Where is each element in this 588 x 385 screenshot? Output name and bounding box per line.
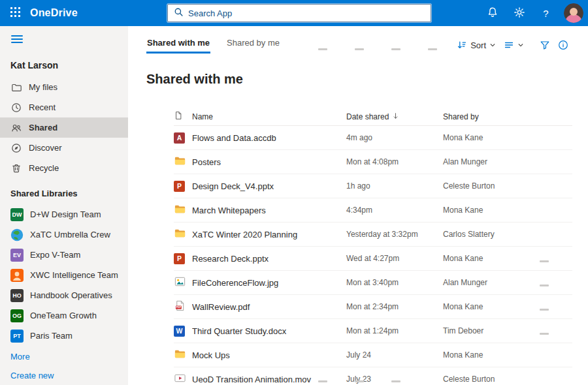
file-name: Flows and Data.accdb [192, 133, 346, 143]
library-item-label: Handbook Operatives [30, 290, 112, 300]
bell-icon [487, 7, 498, 20]
video-file-icon [174, 372, 186, 385]
create-new-link[interactable]: Create new [10, 371, 118, 380]
clock-icon [11, 102, 22, 113]
people-icon [11, 123, 22, 133]
file-name: FileCoherenceFlow.jpg [192, 278, 346, 288]
table-header-row: Name Date shared Shared by [174, 108, 572, 126]
sort-button[interactable]: Sort [453, 37, 500, 53]
library-item-label: XWC Intelligence Team [30, 270, 118, 280]
table-row[interactable]: PResearch Deck.pptxWed at 4:27pmMona Kan… [174, 247, 572, 271]
library-item-expo-v-team[interactable]: EVExpo V-Team [0, 245, 128, 265]
table-row[interactable]: WThird Quarter Study.docxMon at 1:24pmTi… [174, 319, 572, 343]
table-row[interactable]: AFlows and Data.accdb4m agoMona Kane [174, 126, 572, 150]
sidebar-item-label: Recycle [29, 163, 59, 173]
files-table: Name Date shared Shared by AFlows and Da… [174, 108, 572, 385]
skeleton-dash [318, 380, 327, 382]
library-item-d-w-design-team[interactable]: DWD+W Design Team [0, 204, 128, 224]
folder-icon [174, 203, 186, 218]
filter-funnel-icon [540, 40, 550, 50]
account-button[interactable] [559, 0, 588, 26]
chevron-down-icon [489, 42, 496, 48]
image-file-icon [174, 275, 186, 290]
sidebar: Kat Larson My filesRecentSharedDiscoverR… [0, 26, 128, 385]
sidebar-item-shared[interactable]: Shared [0, 117, 128, 138]
file-name: XaTC Winter 2020 Planning [192, 230, 346, 239]
sidebar-item-label: Shared [29, 123, 57, 132]
shared-by: Carlos Slattery [443, 230, 567, 239]
powerpoint-file-icon: P [174, 253, 185, 264]
tab-shared-by-me[interactable]: Shared by me [226, 37, 280, 54]
table-row[interactable]: March Whitepapers4:34pmMona Kane [174, 198, 572, 223]
sidebar-item-recent[interactable]: Recent [0, 97, 128, 117]
sort-icon [457, 40, 467, 50]
date-shared-column-header[interactable]: Date shared [346, 112, 443, 121]
sidebar-item-my-files[interactable]: My files [0, 77, 128, 97]
folder-icon [174, 348, 186, 363]
view-options-button[interactable] [500, 37, 528, 53]
content-area: Kat Larson My filesRecentSharedDiscoverR… [0, 26, 588, 385]
library-item-xatc-umbrella-crew[interactable]: XaTC Umbrella Crew [0, 224, 128, 245]
skeleton-dash [355, 48, 364, 50]
search-input[interactable] [188, 8, 425, 18]
more-link[interactable]: More [10, 352, 118, 362]
folder-icon [174, 155, 186, 170]
library-item-oneteam-growth[interactable]: OGOneTeam Growth [0, 305, 128, 326]
shared-by: Mona Kane [443, 206, 567, 215]
app-launcher-button[interactable] [0, 0, 30, 26]
gear-icon [514, 7, 525, 20]
library-item-label: Expo V-Team [30, 250, 80, 260]
shared-by: Mona Kane [443, 133, 567, 142]
tab-shared-with-me[interactable]: Shared with me [146, 37, 210, 54]
notifications-button[interactable] [479, 0, 506, 26]
date-shared: Mon at 1:24pm [346, 326, 443, 335]
date-shared: Mon at 2:34pm [346, 302, 443, 311]
table-row[interactable]: PostersMon at 4:08pmAlan Munger [174, 150, 572, 174]
table-row[interactable]: PDFWallReview.pdfMon at 2:34pmMona Kane [174, 295, 572, 319]
table-body: AFlows and Data.accdb4m agoMona KanePost… [174, 126, 572, 385]
topbar-actions: ? [479, 0, 588, 26]
file-name: Design Deck_V4.pptx [192, 181, 346, 191]
shared-by: Alan Munger [443, 157, 567, 166]
file-name: UeoD Transition Animation.mov [192, 375, 346, 384]
filter-button[interactable] [536, 37, 554, 53]
details-pane-button[interactable] [554, 37, 572, 53]
document-icon [174, 110, 183, 123]
tabs: Shared with me Shared by me [146, 37, 280, 54]
file-name: WallReview.pdf [192, 302, 346, 312]
table-row[interactable]: FileCoherenceFlow.jpgMon at 3:40pmAlan M… [174, 271, 572, 295]
library-item-paris-team[interactable]: PTParis Team [0, 326, 128, 346]
library-item-handbook-operatives[interactable]: HOHandbook Operatives [0, 285, 128, 305]
view-tools: Sort [453, 37, 572, 53]
help-button[interactable]: ? [532, 0, 559, 26]
name-column-header[interactable]: Name [192, 112, 346, 121]
library-initials-avatar: PT [10, 330, 24, 343]
top-bar: OneDrive ? [0, 0, 588, 26]
folder-icon [174, 227, 186, 242]
table-row[interactable]: Mock UpsJuly 24Mona Kane [174, 343, 572, 367]
file-name: March Whitepapers [192, 206, 346, 215]
table-row[interactable]: UeoD Transition Animation.movJuly 23Cele… [174, 367, 572, 385]
shared-by-column-header[interactable]: Shared by [443, 112, 567, 121]
tabs-toolbar-row: Shared with me Shared by me Sort [146, 37, 572, 56]
shared-by: Celeste Burton [443, 181, 567, 191]
onedrive-app: OneDrive ? [0, 0, 588, 385]
search-box[interactable] [167, 4, 431, 22]
sidebar-item-discover[interactable]: Discover [0, 138, 128, 158]
sidebar-item-recycle[interactable]: Recycle [0, 158, 128, 178]
skeleton-dash [540, 285, 549, 286]
sort-label: Sort [470, 40, 486, 50]
date-shared: Mon at 4:08pm [346, 157, 443, 166]
user-name: Kat Larson [10, 60, 118, 70]
table-row[interactable]: XaTC Winter 2020 PlanningYesterday at 3:… [174, 223, 572, 247]
skeleton-dash [318, 48, 327, 50]
file-type-column-header[interactable] [174, 110, 192, 123]
library-item-xwc-intelligence-team[interactable]: XWC Intelligence Team [0, 265, 128, 285]
waffle-icon [10, 7, 20, 19]
settings-button[interactable] [506, 0, 532, 26]
library-initials-avatar: OG [10, 309, 24, 322]
skeleton-dash [540, 260, 549, 262]
compass-icon [11, 143, 22, 153]
collapse-nav-button[interactable] [11, 34, 23, 46]
table-row[interactable]: PDesign Deck_V4.pptx1h agoCeleste Burton [174, 174, 572, 198]
